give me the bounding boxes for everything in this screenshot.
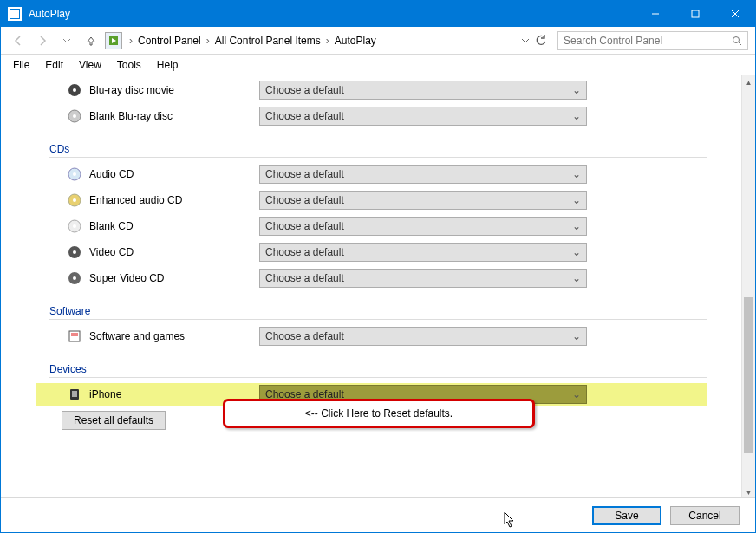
titlebar: AutoPlay xyxy=(1,1,755,27)
save-label: Save xyxy=(615,510,638,522)
cancel-button[interactable]: Cancel xyxy=(670,506,740,525)
setting-row: Enhanced audio CD Choose a default⌄ xyxy=(36,189,707,211)
setting-label: Super Video CD xyxy=(89,272,259,284)
minimize-button[interactable] xyxy=(635,1,675,27)
back-button[interactable] xyxy=(8,30,29,51)
maximize-button[interactable] xyxy=(675,1,715,27)
scroll-up-button[interactable]: ▲ xyxy=(742,75,755,89)
chevron-down-icon: ⌄ xyxy=(572,330,581,342)
svg-point-11 xyxy=(73,114,76,118)
setting-row: Blu-ray disc movie Choose a default ⌄ xyxy=(36,79,707,101)
save-button[interactable]: Save xyxy=(592,506,662,525)
svg-rect-1 xyxy=(692,10,699,17)
breadcrumb-item[interactable]: All Control Panel Items xyxy=(212,33,324,49)
section-header-software: Software xyxy=(49,305,707,320)
cancel-label: Cancel xyxy=(688,510,720,522)
vertical-scrollbar[interactable]: ▲ ▼ xyxy=(741,75,755,499)
svg-rect-25 xyxy=(72,391,77,397)
section-header-devices: Devices xyxy=(49,363,707,378)
recent-locations-button[interactable] xyxy=(56,30,77,51)
breadcrumb-item[interactable]: Control Panel xyxy=(134,33,205,49)
setting-label: Video CD xyxy=(89,246,259,258)
software-icon xyxy=(67,328,82,344)
menu-file[interactable]: File xyxy=(6,57,36,73)
svg-rect-23 xyxy=(71,333,78,336)
svg-point-19 xyxy=(73,250,76,254)
svg-point-15 xyxy=(73,198,76,202)
chevron-down-icon: ⌄ xyxy=(572,220,581,232)
scrollbar-thumb[interactable] xyxy=(744,297,753,453)
setting-label: Blu-ray disc movie xyxy=(89,84,259,96)
chevron-down-icon[interactable] xyxy=(521,36,530,45)
menu-tools[interactable]: Tools xyxy=(110,57,148,73)
menu-view[interactable]: View xyxy=(72,57,108,73)
search-placeholder: Search Control Panel xyxy=(564,35,662,47)
breadcrumb-item[interactable]: AutoPlay xyxy=(331,33,380,49)
refresh-icon[interactable] xyxy=(535,35,547,47)
setting-dropdown[interactable]: Choose a default⌄ xyxy=(259,269,587,288)
dropdown-value: Choose a default xyxy=(265,194,344,206)
chevron-right-icon: › xyxy=(129,35,133,47)
dropdown-value: Choose a default xyxy=(265,220,344,232)
close-button[interactable] xyxy=(715,1,755,27)
setting-dropdown[interactable]: Choose a default⌄ xyxy=(259,243,587,262)
chevron-right-icon: › xyxy=(326,35,329,47)
reset-defaults-button[interactable]: Reset all defaults xyxy=(62,411,166,430)
search-icon xyxy=(732,36,742,46)
setting-row: Super Video CD Choose a default⌄ xyxy=(36,267,707,289)
chevron-down-icon: ⌄ xyxy=(572,110,581,122)
menu-bar: File Edit View Tools Help xyxy=(1,55,755,75)
dropdown-value: Choose a default xyxy=(265,168,344,180)
chevron-down-icon: ⌄ xyxy=(572,272,581,284)
window-title: AutoPlay xyxy=(29,8,635,20)
setting-dropdown[interactable]: Choose a default ⌄ xyxy=(259,81,587,100)
setting-dropdown[interactable]: Choose a default⌄ xyxy=(259,217,587,236)
disc-icon xyxy=(67,218,82,234)
content-area: Blu-ray disc movie Choose a default ⌄ Bl… xyxy=(1,75,755,499)
dropdown-value: Choose a default xyxy=(265,246,344,258)
chevron-down-icon: ⌄ xyxy=(572,84,581,96)
disc-icon xyxy=(67,108,82,124)
svg-point-17 xyxy=(73,224,76,228)
chevron-down-icon: ⌄ xyxy=(572,388,581,400)
setting-dropdown[interactable]: Choose a default⌄ xyxy=(259,165,587,184)
breadcrumbs[interactable]: › Control Panel › All Control Panel Item… xyxy=(126,33,511,49)
menu-help[interactable]: Help xyxy=(150,57,186,73)
annotation-callout: <-- Click Here to Reset defaults. xyxy=(223,399,535,428)
chevron-right-icon: › xyxy=(206,35,210,47)
chevron-down-icon: ⌄ xyxy=(572,246,581,258)
setting-row: Blank Blu-ray disc Choose a default ⌄ xyxy=(36,105,707,127)
setting-row: Software and games Choose a default⌄ xyxy=(36,325,707,348)
setting-label: Software and games xyxy=(89,330,259,342)
dropdown-value: Choose a default xyxy=(265,330,344,342)
window-controls xyxy=(635,1,755,27)
forward-button[interactable] xyxy=(32,30,53,51)
app-icon xyxy=(8,7,22,21)
up-button[interactable] xyxy=(81,30,101,51)
setting-dropdown[interactable]: Choose a default ⌄ xyxy=(259,107,587,126)
scrollbar-track[interactable] xyxy=(742,89,755,485)
reset-defaults-label: Reset all defaults xyxy=(74,414,153,426)
chevron-down-icon: ⌄ xyxy=(572,194,581,206)
address-bar: › Control Panel › All Control Panel Item… xyxy=(1,27,755,55)
footer: Save Cancel xyxy=(1,497,755,532)
disc-icon xyxy=(67,244,82,260)
setting-dropdown[interactable]: Choose a default⌄ xyxy=(259,191,587,210)
disc-icon xyxy=(67,192,82,208)
setting-label: Enhanced audio CD xyxy=(89,194,259,206)
disc-icon xyxy=(67,166,82,182)
dropdown-value: Choose a default xyxy=(265,84,344,96)
setting-dropdown[interactable]: Choose a default⌄ xyxy=(259,327,587,346)
setting-row: Audio CD Choose a default⌄ xyxy=(36,163,707,185)
setting-row: Blank CD Choose a default⌄ xyxy=(36,215,707,237)
dropdown-value: Choose a default xyxy=(265,272,344,284)
search-input[interactable]: Search Control Panel xyxy=(557,31,748,50)
chevron-down-icon: ⌄ xyxy=(572,168,581,180)
disc-icon xyxy=(67,82,82,98)
svg-point-9 xyxy=(73,88,76,92)
setting-label: Blank Blu-ray disc xyxy=(89,110,259,122)
dropdown-value: Choose a default xyxy=(265,110,344,122)
menu-edit[interactable]: Edit xyxy=(38,57,70,73)
autoplay-icon xyxy=(105,32,122,49)
svg-line-7 xyxy=(739,42,741,45)
